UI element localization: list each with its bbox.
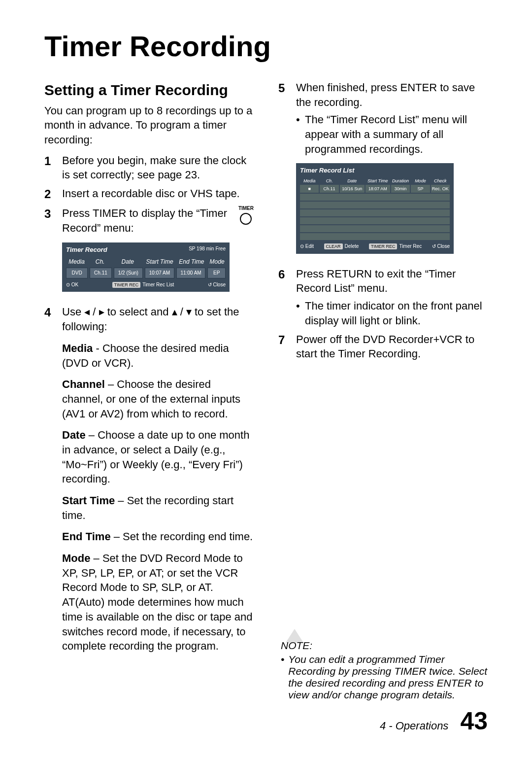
- osd2-blank-row: [300, 225, 450, 232]
- osd2-edit: ⊙ Edit: [300, 243, 314, 250]
- osd-col: End Time: [176, 258, 206, 266]
- osd-title: Timer Record: [66, 245, 107, 254]
- timer-icon: TIMER: [238, 205, 254, 225]
- step6-sub: The timer indicator on the front panel d…: [305, 299, 488, 328]
- osd2-rec: Timer Rec: [399, 243, 422, 250]
- osd2-blank-row: [300, 233, 450, 240]
- step-text: Before you begin, make sure the clock is…: [62, 153, 254, 182]
- step-text: When finished, press ENTER to save the r…: [296, 80, 488, 263]
- label-mode: Mode: [62, 552, 90, 564]
- osd2-col: Duration: [391, 177, 410, 185]
- osd-btn: TIMER REC: [112, 282, 141, 288]
- osd-mid: Timer Rec List: [142, 281, 174, 288]
- osd-free: SP 198 min Free: [189, 245, 226, 256]
- osd-col: Media: [66, 258, 87, 266]
- desc-end: – Set the recording end time.: [111, 530, 253, 543]
- osd2-cell: 30min: [391, 185, 410, 193]
- step-number: 7: [278, 332, 289, 361]
- label-start: Start Time: [62, 494, 115, 507]
- label-media: Media: [62, 342, 93, 354]
- timer-icon-label: TIMER: [238, 206, 254, 211]
- osd2-col: Mode: [411, 177, 430, 185]
- osd2-cell: Ch.11: [320, 185, 338, 193]
- osd2-col: Date: [340, 177, 365, 185]
- osd-cell: EP: [207, 268, 226, 278]
- step-number: 4: [44, 305, 55, 653]
- step-number: 3: [44, 206, 55, 301]
- timer-record-list-osd: Timer Record List Media Ch. Date Start T…: [296, 163, 454, 253]
- circle-icon: [240, 213, 252, 225]
- osd-ok: ⊙ OK: [66, 281, 78, 288]
- step-number: 6: [278, 267, 289, 328]
- label-channel: Channel: [62, 378, 105, 390]
- page-title: Timer Recording: [44, 30, 488, 63]
- osd2-cell: 10/16 Sun: [340, 185, 365, 193]
- desc-mode: – Set the DVD Record Mode to XP, SP, LP,…: [62, 552, 252, 652]
- osd-col: Ch.: [89, 258, 110, 266]
- osd2-blank-row: [300, 209, 450, 216]
- osd2-blank-row: [300, 217, 450, 224]
- osd-cell: 10:07 AM: [145, 268, 174, 278]
- osd2-close: ↺ Close: [432, 243, 450, 250]
- osd2-col: Ch.: [320, 177, 338, 185]
- note-label: NOTE:: [281, 640, 488, 652]
- osd2-cell: 18:07 AM: [366, 185, 390, 193]
- step-number: 1: [44, 153, 55, 182]
- osd2-title: Timer Record List: [300, 166, 450, 175]
- osd2-col: Start Time: [366, 177, 390, 185]
- osd2-cell: ■: [300, 185, 319, 193]
- step5-text: When finished, press ENTER to save the r…: [296, 81, 475, 108]
- step-text: Use ◂ / ▸ to select and ▴ / ▾ to set the…: [62, 305, 254, 653]
- section-heading: Setting a Timer Recording: [44, 80, 254, 101]
- step-text: TIMER Press TIMER to display the “Timer …: [62, 206, 254, 301]
- desc-date: – Choose a date up to one month in advan…: [62, 429, 249, 485]
- step-number: 5: [278, 80, 289, 263]
- osd2-col: Check: [431, 177, 450, 185]
- footer-section: 4 - Operations: [380, 720, 448, 732]
- left-column: Setting a Timer Recording You can progra…: [44, 80, 254, 657]
- osd-close: ↺ Close: [208, 281, 226, 288]
- osd2-blank-row: [300, 194, 450, 201]
- intro-text: You can program up to 8 recordings up to…: [44, 104, 254, 147]
- bullet-icon: •: [296, 112, 301, 156]
- page-footer: 4 - Operations 43: [380, 707, 488, 735]
- note-block: NOTE: • You can edit a programmed Timer …: [281, 629, 488, 701]
- label-date: Date: [62, 429, 86, 441]
- page-number: 43: [460, 707, 488, 735]
- step3-text: Press TIMER to display the “Timer Record…: [62, 207, 227, 234]
- step4-lead: Use ◂ / ▸ to select and ▴ / ▾ to set the…: [62, 306, 239, 333]
- osd2-btn: CLEAR: [324, 243, 343, 249]
- timer-record-osd: Timer Record SP 198 min Free Media Ch. D…: [62, 242, 230, 292]
- step-text: Power off the DVD Recorder+VCR to start …: [296, 332, 488, 361]
- bullet-icon: •: [281, 654, 284, 701]
- osd-col: Start Time: [145, 258, 175, 266]
- step6-text: Press RETURN to exit the “Timer Record L…: [296, 268, 456, 295]
- step-text: Insert a recordable disc or VHS tape.: [62, 186, 254, 202]
- osd-col: Mode: [208, 258, 226, 266]
- osd-cell: 11:00 AM: [176, 268, 206, 278]
- osd-col: Date: [113, 258, 143, 266]
- osd2-col: Media: [300, 177, 319, 185]
- osd2-btn: TIMER REC: [369, 243, 398, 249]
- osd-cell: Ch.11: [90, 268, 111, 278]
- step-text: Press RETURN to exit the “Timer Record L…: [296, 267, 488, 328]
- note-text: You can edit a programmed Timer Recordin…: [288, 654, 488, 701]
- step-number: 2: [44, 186, 55, 202]
- right-column: 5 When finished, press ENTER to save the…: [278, 80, 488, 657]
- step5-sub: The “Timer Record List” menu will appear…: [305, 112, 488, 156]
- osd-cell: DVD: [66, 268, 88, 278]
- bullet-icon: •: [296, 299, 301, 328]
- osd-cell: 1/2 (Sun): [114, 268, 143, 278]
- osd2-blank-row: [300, 202, 450, 208]
- label-end: End Time: [62, 530, 111, 543]
- osd2-cell: SP: [411, 185, 430, 193]
- osd2-cell: Rec. OK: [431, 185, 450, 193]
- osd2-del: Delete: [345, 243, 359, 250]
